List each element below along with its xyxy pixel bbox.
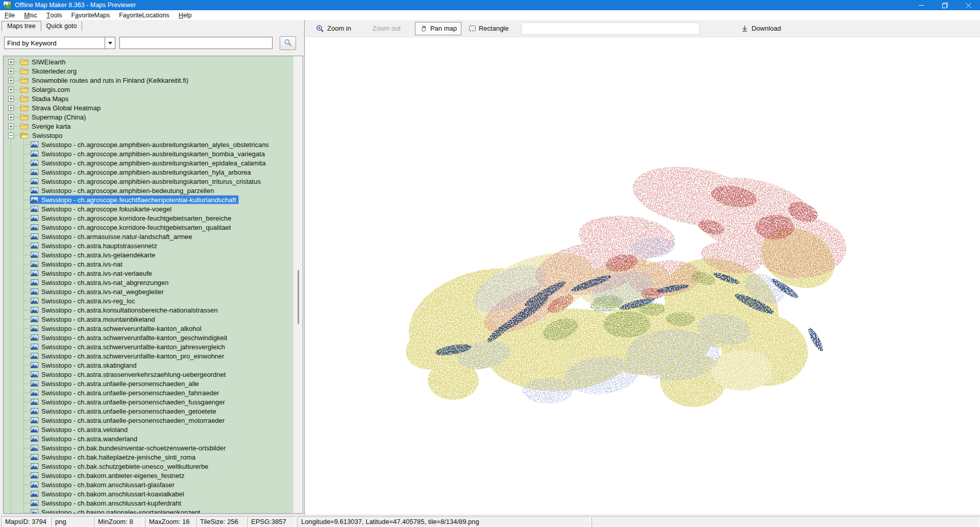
tree-item[interactable]: Swisstopo - ch.astra.schwerverunfallte-k… [4,333,293,342]
expand-icon[interactable] [8,59,14,65]
tree-scrollbar[interactable] [293,56,303,513]
map-layer-icon [31,509,38,513]
tree-item[interactable]: Swisstopo - ch.astra.wanderland [4,434,293,443]
tree-item[interactable]: Snowmobile routes and ruts in Finland (K… [4,76,293,85]
tree-item[interactable]: Swisstopo - ch.agroscope.korridore-feuch… [4,213,293,223]
tree-item[interactable]: Swisstopo - ch.agroscope.feuchtflaechenp… [4,195,293,204]
tree-item-label: Swisstopo - ch.bakom.anschlussart-glasfa… [40,481,176,489]
tree-item[interactable]: Swisstopo - ch.astra.mountainbikeland [4,315,293,324]
tree-item[interactable]: Swisstopo - ch.baspo.nationales-sportanl… [4,508,293,513]
tree-item[interactable]: SIWEIearth [4,57,293,66]
tree-item[interactable]: Swisstopo - ch.astra.konsultationsbereic… [4,305,293,315]
menu-item-misc[interactable]: Misc [19,10,42,20]
tree-item[interactable]: Swisstopo - ch.astra.schwerverunfallte-k… [4,324,293,333]
tree-item[interactable]: Swisstopo - ch.astra.strassenverkehrszae… [4,370,293,379]
menu-item-tools[interactable]: Tools [42,10,67,20]
expand-icon[interactable] [8,68,14,74]
tree-item[interactable]: Swisstopo - ch.astra.ivs-nat-verlaeufe [4,269,293,278]
tree-connector [14,108,19,108]
tree-item[interactable]: Swisstopo - ch.astra.unfaelle-personensc… [4,379,293,388]
zoom-in-button[interactable]: Zoom in [311,22,356,35]
tree-item[interactable]: Swisstopo - ch.astra.unfaelle-personensc… [4,406,293,416]
tree-item[interactable]: Swisstopo - ch.bak.bundesinventar-schuet… [4,443,293,452]
tree-connector [23,301,30,301]
tree-item[interactable]: Swisstopo - ch.astra.ivs-nat_wegbegleite… [4,287,293,296]
expand-icon[interactable] [8,96,14,102]
map-canvas[interactable] [395,125,849,421]
minimize-button[interactable] [910,0,933,10]
tree-item[interactable]: Swisstopo [4,131,293,140]
expand-icon[interactable] [8,114,14,120]
tree-item[interactable]: Swisstopo - ch.astra.unfaelle-personensc… [4,416,293,425]
tree-item[interactable]: Swisstopo - ch.astra.schwerverunfallte-k… [4,342,293,351]
tree-item[interactable]: Solargis.com [4,85,293,94]
tree-item[interactable]: Swisstopo - ch.bak.schutzgebiete-unesco_… [4,462,293,471]
menu-item-favoritelocations[interactable]: FavoriteLocations [114,10,174,20]
tree-item[interactable]: Swisstopo - ch.agroscope.fokuskarte-voeg… [4,204,293,213]
tree-item[interactable]: Swisstopo - ch.astra.unfaelle-personensc… [4,388,293,397]
tree-item[interactable]: Swisstopo - ch.bak.halteplaetze-jenische… [4,452,293,462]
tree-item[interactable]: Swisstopo - ch.bakom.anschlussart-koaxia… [4,489,293,498]
download-label: Download [751,25,781,32]
tree-item[interactable]: Supermap (China) [4,112,293,122]
menu-item-favoritemaps[interactable]: FavoriteMaps [66,10,114,20]
tree-item[interactable]: Swisstopo - ch.astra.hauptstrassennetz [4,241,293,250]
zoom-out-button[interactable]: Zoom out [368,22,405,35]
map-layer-icon [31,436,38,442]
tree-item[interactable]: Swisstopo - ch.bakom.anschlussart-glasfa… [4,480,293,489]
search-button[interactable] [280,36,296,50]
tree-item[interactable]: Swisstopo - ch.astra.veloland [4,425,293,434]
tree-item[interactable]: Swisstopo - ch.astra.skatingland [4,361,293,370]
tree-item[interactable]: Sverige karta [4,122,293,131]
tree-item[interactable]: Swisstopo - ch.astra.schwerverunfallte-k… [4,351,293,361]
tree-item-label: Swisstopo - ch.astra.konsultationsbereic… [40,306,218,314]
tree-scrollbar-thumb[interactable] [298,270,299,324]
tree-item[interactable]: Swisstopo - ch.agroscope.amphibien-ausbr… [4,177,293,186]
menu-item-file[interactable]: File [0,10,19,20]
tree-item[interactable]: Swisstopo - ch.armasuisse.natur-landscha… [4,232,293,241]
tree-item[interactable]: Swisstopo - ch.agroscope.korridore-feuch… [4,223,293,232]
tab-maps-tree[interactable]: Maps tree [2,21,41,31]
map-layer-icon [31,224,38,230]
folder-icon [20,68,29,75]
tree-item[interactable]: Swisstopo - ch.agroscope.amphibien-bedeu… [4,186,293,195]
status-segment: MinZoom: 8 [94,516,144,527]
expand-icon[interactable] [8,78,14,83]
tree-item[interactable]: Strava Global Heatmap [4,103,293,112]
find-mode-select[interactable]: Find by Keyword [4,37,115,49]
tree-item[interactable]: Swisstopo - ch.agroscope.amphibien-ausbr… [4,167,293,177]
toolbar-text-input[interactable] [521,22,700,35]
tree-item[interactable]: Swisstopo - ch.astra.ivs-nat_abgrenzunge… [4,278,293,287]
tree-item[interactable]: Swisstopo - ch.bakom.anschlussart-kupfer… [4,498,293,508]
map-layer-icon [31,371,38,377]
map-layer-icon [31,491,38,497]
expand-icon[interactable] [8,124,14,129]
tree-item[interactable]: Swisstopo - ch.astra.unfaelle-personensc… [4,397,293,406]
menu-item-help[interactable]: Help [174,10,197,20]
map-layer-icon [31,141,38,148]
tree-item[interactable]: Swisstopo - ch.agroscope.amphibien-ausbr… [4,140,293,149]
tree-item-label: Swisstopo - ch.agroscope.amphibien-ausbr… [40,150,266,158]
collapse-icon[interactable] [8,133,14,138]
search-input[interactable] [119,37,273,49]
tree-item[interactable]: Swisstopo - ch.agroscope.amphibien-ausbr… [4,158,293,167]
tree-item[interactable]: Swisstopo - ch.astra.ivs-gelaendekarte [4,250,293,259]
tree-item[interactable]: Swisstopo - ch.astra.ivs-reg_loc [4,296,293,305]
map-viewport[interactable] [305,37,980,515]
tree-item-label: Swisstopo - ch.bak.halteplaetze-jenische… [40,453,197,461]
pan-map-button[interactable]: Pan map [415,22,461,35]
download-button[interactable]: Download [737,22,786,35]
rectangle-button[interactable]: Rectangle [464,22,513,35]
tree-item[interactable]: Swisstopo - ch.astra.ivs-nat [4,259,293,269]
tree-connector [23,200,30,200]
tree-item[interactable]: Swisstopo - ch.agroscope.amphibien-ausbr… [4,149,293,158]
tree-item[interactable]: Skoterleder.org [4,66,293,76]
chevron-down-icon[interactable] [105,37,115,49]
restore-button[interactable] [933,0,957,10]
expand-icon[interactable] [8,105,14,111]
tab-quick-goto[interactable]: Quick goto [41,21,83,31]
close-button[interactable] [957,0,980,10]
expand-icon[interactable] [8,87,14,92]
tree-item[interactable]: Stadia Maps [4,94,293,103]
tree-item[interactable]: Swisstopo - ch.bakom.anbieter-eigenes_fe… [4,471,293,480]
